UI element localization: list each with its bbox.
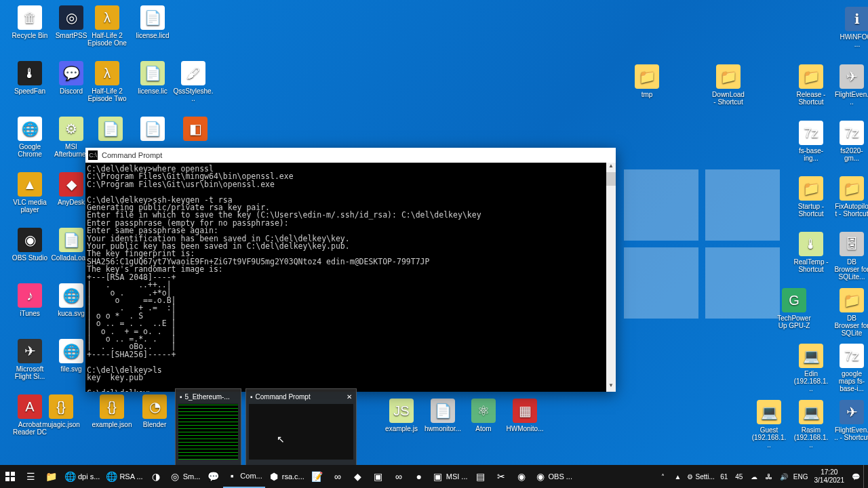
thumbnail-ethereum[interactable]: ▪ 5_Ethereum-... xyxy=(175,388,241,466)
app4-icon: ◉ xyxy=(515,470,528,483)
desktop-icon[interactable]: 🗑Recycle Bin xyxy=(9,5,50,39)
desktop-icon[interactable]: ♪iTunes xyxy=(9,283,50,317)
desktop-icon[interactable]: 📁Release - Shortcut xyxy=(793,64,829,106)
desktop-icon[interactable]: GTechPowerUp GPU-Z xyxy=(776,288,812,329)
tray-vlc-t[interactable]: ▲ xyxy=(670,465,685,488)
desktop-icon[interactable]: ◉OBS Studio xyxy=(9,228,50,262)
tray-onedrive[interactable]: ☁ xyxy=(747,465,762,488)
show-desktop[interactable] xyxy=(863,465,868,488)
taskbar-vs[interactable]: ∞ xyxy=(328,465,348,488)
notification-center[interactable]: 💬 xyxy=(848,465,863,488)
taskbar-7z[interactable]: ▤ xyxy=(471,465,491,488)
desktop-icon[interactable]: 7zgoogle maps fs-base-i... xyxy=(834,344,868,392)
tray-settings[interactable]: ⚙Setti... xyxy=(685,465,716,488)
desktop-icon[interactable]: {}example.json xyxy=(92,394,132,428)
taskbar-clock[interactable]: 17:20 3/14/2021 xyxy=(810,468,849,485)
taskbar-edge[interactable]: 🌐dpi s... xyxy=(61,465,102,488)
obs-icon: ◉ xyxy=(534,470,547,483)
desktop-icon[interactable]: 📁tmp xyxy=(629,64,665,98)
desktop-icon[interactable]: 🌡RealTemp - Shortcut xyxy=(793,232,829,273)
taskbar-app3[interactable]: ● xyxy=(409,465,429,488)
taskbar-task-view[interactable]: ☰ xyxy=(20,465,41,488)
command-prompt-window[interactable]: C:\ Command Prompt C:\del\delkey>where o… xyxy=(85,148,616,392)
desktop-icon[interactable]: 🌐Google Chrome xyxy=(9,117,50,158)
desktop-icon[interactable]: 📄 xyxy=(132,117,173,143)
desktop-icon[interactable]: ▦HWMonito... xyxy=(505,399,545,432)
cmd-icon: ▪ xyxy=(250,393,253,401)
taskbar-msi[interactable]: ▣MSI ... xyxy=(429,465,471,488)
vscode-icon: ◆ xyxy=(352,470,364,483)
start-button[interactable] xyxy=(0,465,20,488)
cmd-titlebar[interactable]: C:\ Command Prompt xyxy=(85,148,616,163)
desktop-icon[interactable]: 7zfs2020-gm... xyxy=(834,121,868,162)
desktop-icon[interactable]: ✈Microsoft Flight Si... xyxy=(9,339,50,380)
snip-icon: ✂ xyxy=(495,470,507,483)
desktop-icon[interactable]: ✈FlightEven... - Shortcut xyxy=(834,400,868,441)
desktop-icon[interactable]: JSexample.js xyxy=(381,399,422,432)
app2-icon: ∞ xyxy=(393,470,405,483)
taskbar-cmd[interactable]: ▪Com... xyxy=(223,465,264,488)
taskbar-notepad[interactable]: 📝 xyxy=(307,465,328,488)
tray-net[interactable]: 🖧 xyxy=(762,465,776,488)
taskbar-vscode[interactable]: ◆ xyxy=(348,465,368,488)
node-icon: ⬢ xyxy=(268,470,280,483)
svg-rect-3 xyxy=(11,477,15,481)
app1-icon: ▣ xyxy=(372,470,384,483)
cmd-icon: ▪ xyxy=(180,393,182,401)
tray-lang[interactable]: ENG xyxy=(791,465,810,488)
taskbar-obs[interactable]: ◉OBS ... xyxy=(532,465,575,488)
thumbnail-cmd[interactable]: ▪ Command Prompt ✕ xyxy=(245,388,357,466)
taskbar-discord[interactable]: 💬 xyxy=(203,465,223,488)
tray-temp2[interactable]: 45 xyxy=(732,465,747,488)
desktop-icon[interactable]: 🗄DB Browser for SQLite... xyxy=(834,232,868,281)
desktop-icon[interactable]: λHalf-Life 2 Episode One xyxy=(87,5,127,47)
taskbar[interactable]: ☰📁🌐dpi s...🌐RSA ...◑◎Sm...💬▪Com...⬢rsa.c… xyxy=(0,465,868,488)
taskbar-steam[interactable]: ◑ xyxy=(146,465,166,488)
edge-icon: 🌐 xyxy=(64,470,76,483)
desktop-icon[interactable]: ℹHWiNFO64... xyxy=(840,7,868,48)
scroll-down-icon[interactable]: ▼ xyxy=(606,382,616,392)
desktop-icon[interactable]: 📁DB Browser for SQLite xyxy=(834,288,868,337)
desktop-icon[interactable]: 📄hwmonitor... xyxy=(422,399,463,432)
taskbar-snip[interactable]: ✂ xyxy=(491,465,511,488)
svg-rect-1 xyxy=(11,472,15,476)
desktop-icon[interactable]: ⚛Atom xyxy=(463,399,504,432)
tray-vol[interactable]: 🔊 xyxy=(776,465,791,488)
desktop-icon[interactable]: 📄 xyxy=(90,117,131,143)
taskbar-chrome[interactable]: 🌐RSA ... xyxy=(102,465,145,488)
app3-icon: ● xyxy=(413,470,425,483)
task-view-icon: ☰ xyxy=(24,470,37,483)
desktop-icon[interactable]: 💻Rasim (192.168.1... xyxy=(793,400,829,449)
desktop-icon[interactable]: 🌡SpeedFan xyxy=(9,61,50,95)
cmd-scrollbar[interactable]: ▲ ▼ xyxy=(606,163,616,392)
desktop-icon[interactable]: 📄license.lic xyxy=(132,61,173,95)
desktop-icon[interactable]: 🖌QssStyleshe... xyxy=(173,61,214,102)
desktop-icon[interactable]: ◔Blender xyxy=(134,394,175,428)
desktop-icon[interactable]: ▲VLC media player xyxy=(9,172,50,214)
desktop-icon[interactable]: {}mujagic.json xyxy=(41,394,81,428)
tray-tray-up[interactable]: ˄ xyxy=(655,465,670,488)
desktop-icon[interactable]: 📁DownLoad - Shortcut xyxy=(711,64,746,106)
desktop-icon[interactable]: 💻Edin (192.168.1... xyxy=(793,344,829,392)
clock-time: 17:20 xyxy=(814,468,845,476)
tray-temp1[interactable]: 61 xyxy=(717,465,732,488)
desktop-icon[interactable]: 7zfs-base-ing... xyxy=(793,121,829,162)
scroll-up-icon[interactable]: ▲ xyxy=(606,163,616,172)
desktop-icon[interactable]: ◧ xyxy=(175,117,216,143)
desktop-icon[interactable]: 📄license.licd xyxy=(132,5,173,39)
desktop-icon[interactable]: ◎SmartPSS xyxy=(51,5,92,39)
taskbar-app2[interactable]: ∞ xyxy=(389,465,409,488)
desktop-icon[interactable]: λHalf-Life 2 Episode Two xyxy=(87,61,127,102)
desktop-icon[interactable]: ✈FlightEven... xyxy=(834,64,868,106)
desktop-icon[interactable]: 💬Discord xyxy=(51,61,92,95)
taskbar-node[interactable]: ⬢rsa.c... xyxy=(265,465,307,488)
taskbar-file-explorer[interactable]: 📁 xyxy=(41,465,61,488)
desktop-icon[interactable]: 💻Guest (192.168.1... xyxy=(751,400,787,449)
desktop-icon[interactable]: 📁Startup - Shortcut xyxy=(793,176,829,218)
desktop-icon[interactable]: 📁FixAutopilot - Shortcut xyxy=(834,176,868,218)
cmd-output[interactable]: C:\del\delkey>where openssl C:\Program F… xyxy=(85,163,616,392)
taskbar-app1[interactable]: ▣ xyxy=(368,465,389,488)
close-icon[interactable]: ✕ xyxy=(347,393,352,401)
taskbar-smartpss[interactable]: ◎Sm... xyxy=(166,465,203,488)
taskbar-app4[interactable]: ◉ xyxy=(511,465,532,488)
